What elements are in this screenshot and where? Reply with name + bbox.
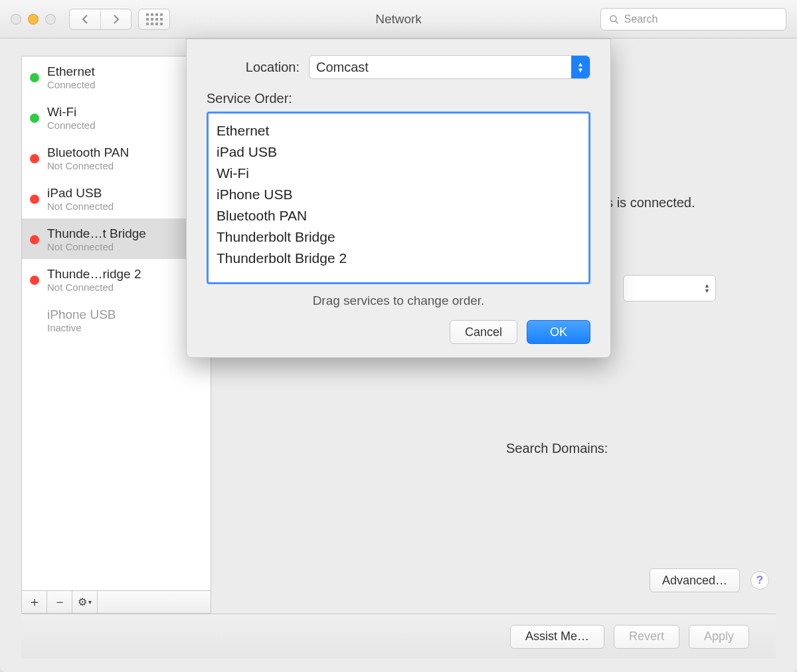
service-order-list[interactable]: EthernetiPad USBWi-FiiPhone USBBluetooth… — [207, 112, 590, 284]
ok-button[interactable]: OK — [527, 320, 590, 344]
search-icon — [609, 14, 619, 25]
location-value: Comcast — [316, 60, 369, 75]
network-preferences-window: Network EthernetConnected‹›Wi-FiConnecte… — [0, 0, 797, 672]
apply-button[interactable]: Apply — [689, 625, 749, 649]
assist-me-button[interactable]: Assist Me… — [510, 625, 604, 649]
chevron-down-icon: ▾ — [88, 598, 92, 606]
status-dot-icon — [30, 276, 39, 285]
popup-arrows-icon: ▲▼ — [571, 56, 590, 78]
service-order-label: Service Order: — [207, 91, 590, 106]
service-name: Thunde…ridge 2 — [47, 267, 177, 282]
titlebar: Network — [0, 0, 797, 39]
svg-line-1 — [616, 21, 618, 23]
service-status: Not Connected — [47, 241, 177, 252]
sidebar-footer: ＋ － ⚙ ▾ — [22, 590, 211, 613]
gear-icon: ⚙ — [78, 596, 87, 608]
service-name: iPad USB — [47, 186, 177, 201]
status-dot-icon — [30, 195, 39, 204]
service-name: iPhone USB — [47, 307, 177, 322]
configure-popup[interactable]: ▲▼ — [623, 275, 716, 301]
service-order-item[interactable]: iPhone USB — [217, 184, 580, 205]
service-name: Bluetooth PAN — [47, 145, 177, 160]
back-button[interactable] — [70, 9, 100, 29]
service-list[interactable]: EthernetConnected‹›Wi-FiConnected⋮Blueto… — [22, 56, 211, 590]
location-label: Location: — [207, 60, 300, 75]
close-window-button[interactable] — [11, 14, 21, 25]
service-status: Not Connected — [47, 282, 177, 293]
location-popup[interactable]: Comcast ▲▼ — [309, 55, 590, 79]
nav-back-forward — [69, 9, 132, 30]
service-status: Not Connected — [47, 160, 177, 171]
forward-button[interactable] — [100, 9, 131, 29]
sidebar-item-ipad-usb[interactable]: iPad USBNot Connected▯ — [22, 178, 211, 218]
service-name: Thunde…t Bridge — [47, 226, 177, 241]
sidebar-item-iphone-usb[interactable]: iPhone USBInactive▯ — [22, 299, 211, 340]
service-order-item[interactable]: Ethernet — [217, 120, 580, 141]
status-dot-icon — [30, 235, 39, 244]
status-dot-icon — [30, 114, 39, 123]
service-order-sheet: Location: Comcast ▲▼ Service Order: Ethe… — [186, 39, 611, 358]
service-status: Connected — [47, 79, 177, 90]
status-dot-icon — [30, 154, 39, 163]
sidebar-item-thunde-t-bridge[interactable]: Thunde…t BridgeNot Connected‹› — [22, 218, 211, 259]
advanced-button[interactable]: Advanced… — [650, 568, 740, 592]
service-order-item[interactable]: Thunderbolt Bridge 2 — [217, 248, 580, 269]
revert-button[interactable]: Revert — [614, 625, 679, 649]
sidebar-item-thunde-ridge-2[interactable]: Thunde…ridge 2Not Connected‹› — [22, 259, 211, 299]
search-field[interactable] — [600, 8, 786, 31]
status-dot-icon — [30, 73, 39, 82]
service-status: Inactive — [47, 322, 177, 333]
chevron-left-icon — [81, 14, 89, 25]
svg-point-0 — [610, 15, 616, 21]
zoom-window-button[interactable] — [45, 14, 56, 25]
service-order-item[interactable]: Bluetooth PAN — [217, 205, 580, 226]
drag-hint: Drag services to change order. — [207, 294, 590, 308]
minimize-window-button[interactable] — [28, 14, 39, 25]
help-button[interactable]: ? — [751, 571, 769, 590]
add-service-button[interactable]: ＋ — [22, 591, 47, 613]
window-controls — [11, 14, 56, 25]
service-name: Wi-Fi — [47, 105, 177, 120]
sidebar-item-ethernet[interactable]: EthernetConnected‹› — [22, 56, 211, 97]
sheet-buttons: Cancel OK — [207, 320, 590, 344]
sidebar-item-wi-fi[interactable]: Wi-FiConnected⋮ — [22, 97, 211, 137]
service-order-item[interactable]: Thunderbolt Bridge — [217, 226, 580, 248]
service-status: Not Connected — [47, 201, 177, 212]
service-order-item[interactable]: Wi-Fi — [217, 163, 580, 184]
service-order-item[interactable]: iPad USB — [217, 141, 580, 163]
search-domains-label: Search Domains: — [506, 441, 608, 456]
service-sidebar: EthernetConnected‹›Wi-FiConnected⋮Blueto… — [21, 56, 211, 614]
bottom-bar: Assist Me… Revert Apply — [21, 614, 776, 659]
service-status: Connected — [47, 120, 177, 131]
stepper-arrows-icon: ▲▼ — [704, 283, 710, 294]
status-dot-icon — [30, 316, 39, 325]
remove-service-button[interactable]: － — [47, 591, 72, 613]
service-actions-menu[interactable]: ⚙ ▾ — [72, 591, 98, 613]
sidebar-item-bluetooth-pan[interactable]: Bluetooth PANNot Connectedᚼ — [22, 137, 211, 178]
grid-icon — [146, 13, 163, 25]
show-all-button[interactable] — [138, 9, 170, 30]
search-input[interactable] — [624, 13, 778, 25]
chevron-right-icon — [112, 14, 120, 25]
cancel-button[interactable]: Cancel — [450, 320, 517, 344]
service-name: Ethernet — [47, 64, 177, 79]
